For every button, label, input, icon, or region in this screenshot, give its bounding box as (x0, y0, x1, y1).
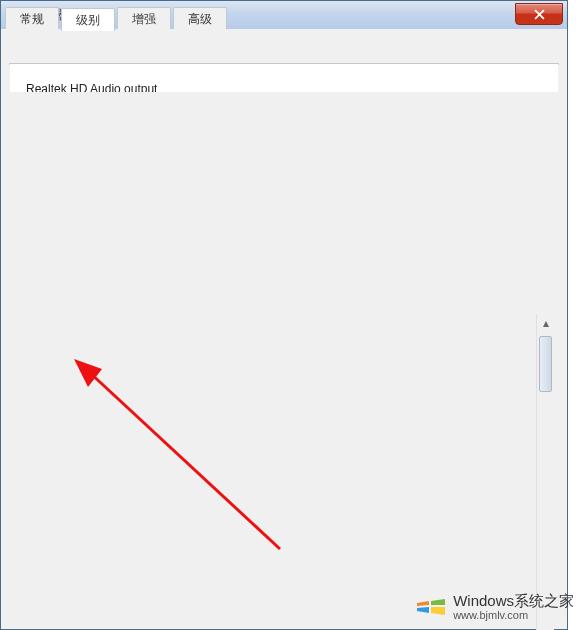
annotation-arrow (70, 359, 290, 562)
svg-marker-7 (417, 601, 429, 606)
tab-levels[interactable]: 级别 (61, 8, 115, 31)
svg-marker-9 (417, 607, 429, 613)
watermark: Windows系统之家 www.bjmlv.com (415, 589, 574, 624)
vertical-scrollbar[interactable]: ▴ ▾ (536, 314, 554, 630)
tab-bar: 常规 级别 增强 高级 (5, 7, 227, 30)
close-icon (534, 9, 545, 20)
watermark-tagline: 系统之家 (514, 592, 574, 609)
svg-line-5 (88, 371, 280, 549)
tab-advanced[interactable]: 高级 (173, 7, 227, 29)
scroll-up-arrow[interactable]: ▴ (537, 314, 554, 332)
svg-marker-8 (431, 599, 445, 605)
channel-label: Realtek HD Audio output (26, 82, 542, 92)
svg-marker-6 (74, 359, 102, 387)
tab-content: Realtek HD Audio output (9, 63, 559, 65)
svg-marker-10 (431, 607, 445, 615)
channel-realtek: Realtek HD Audio output (26, 82, 542, 92)
window-frame: 扬声器 属性 常规 级别 增强 高级 Realtek HD Audio outp… (0, 0, 568, 630)
tab-enhancements[interactable]: 增强 (117, 7, 171, 29)
watermark-url: www.bjmlv.com (453, 609, 574, 621)
close-button[interactable] (515, 3, 563, 25)
watermark-brand: Windows (453, 592, 514, 609)
windows-logo-icon (415, 589, 447, 624)
scroll-down-arrow[interactable]: ▾ (537, 626, 554, 630)
scroll-thumb[interactable] (539, 336, 552, 392)
tab-general[interactable]: 常规 (5, 7, 59, 29)
